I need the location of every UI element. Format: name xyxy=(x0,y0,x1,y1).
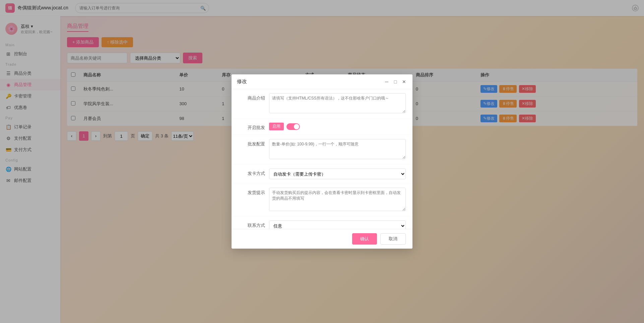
wholesale-wrapper: 启用 xyxy=(269,123,406,130)
delivery-wrapper: 自动发卡（需要上传卡密） xyxy=(269,169,406,179)
modal-confirm-button[interactable]: 确认 xyxy=(352,233,377,245)
contact-select[interactable]: 任意 xyxy=(269,220,406,229)
wholesale-config-label: 批发配置 xyxy=(238,139,265,147)
modal-overlay: 修改 ─ □ ✕ 商品介绍 开启批发 启用 xyxy=(0,0,644,323)
modal-close-button[interactable]: ✕ xyxy=(401,79,407,85)
wholesale-toggle[interactable] xyxy=(286,123,300,130)
form-row-contact: 联系方式 任意 xyxy=(232,216,412,229)
wholesale-knob xyxy=(294,124,299,129)
wholesale-config-wrapper xyxy=(269,139,406,160)
modal-cancel-button[interactable]: 取消 xyxy=(380,233,406,245)
description-textarea[interactable] xyxy=(269,93,406,113)
wholesale-config-textarea[interactable] xyxy=(269,139,406,159)
modal-minimize-button[interactable]: ─ xyxy=(384,79,390,85)
form-row-delivery-tip: 发货提示 xyxy=(232,184,412,216)
delivery-select[interactable]: 自动发卡（需要上传卡密） xyxy=(269,169,406,179)
delivery-label: 发卡方式 xyxy=(238,169,265,177)
description-wrapper xyxy=(269,93,406,114)
form-row-delivery: 发卡方式 自动发卡（需要上传卡密） xyxy=(232,165,412,184)
form-row-wholesale-config: 批发配置 xyxy=(232,135,412,165)
description-label: 商品介绍 xyxy=(238,93,265,101)
delivery-tip-textarea[interactable] xyxy=(269,188,406,211)
modal-footer: 确认 取消 xyxy=(232,229,412,249)
modal-title: 修改 xyxy=(237,78,247,85)
contact-wrapper: 任意 xyxy=(269,220,406,229)
contact-label: 联系方式 xyxy=(238,220,265,229)
wholesale-toggle-row: 启用 xyxy=(269,123,406,130)
modal-controls: ─ □ ✕ xyxy=(384,79,407,85)
form-row-wholesale: 开启批发 启用 xyxy=(232,119,412,135)
delivery-tip-wrapper xyxy=(269,188,406,212)
delivery-tip-label: 发货提示 xyxy=(238,188,265,196)
modal-maximize-button[interactable]: □ xyxy=(392,79,398,85)
modal-header: 修改 ─ □ ✕ xyxy=(232,74,412,89)
edit-modal: 修改 ─ □ ✕ 商品介绍 开启批发 启用 xyxy=(232,74,412,249)
wholesale-slider xyxy=(286,123,300,130)
wholesale-label: 开启批发 xyxy=(238,123,265,131)
form-row-description: 商品介绍 xyxy=(232,89,412,119)
modal-body: 商品介绍 开启批发 启用 xyxy=(232,89,412,229)
wholesale-toggle-text: 启用 xyxy=(269,123,284,130)
